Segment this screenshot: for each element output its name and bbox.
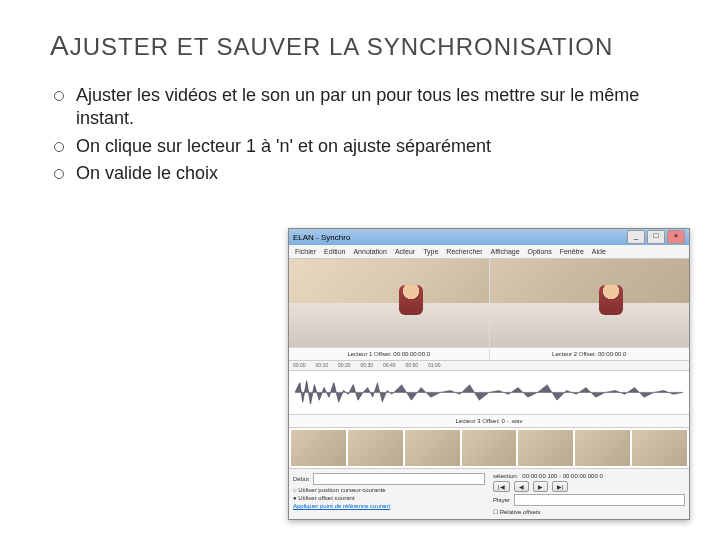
time-mark: 00:50	[406, 362, 419, 368]
thumbnail-strip[interactable]	[289, 428, 689, 470]
player-label: Player	[493, 497, 510, 503]
time-mark: 00:20	[338, 362, 351, 368]
control-panel: Début ○ Utiliser position curseur couran…	[289, 469, 689, 519]
radio-option-2[interactable]: ● Utiliser offset courant	[293, 495, 355, 501]
bullet-item: Ajuster les vidéos et le son un par un p…	[50, 84, 680, 131]
menu-item[interactable]: Edition	[324, 248, 345, 255]
radio-option-1[interactable]: ○ Utiliser position curseur courante	[293, 487, 386, 493]
bullet-item: On clique sur lecteur 1 à 'n' et on ajus…	[50, 135, 680, 158]
apply-link[interactable]: Appliquer point de référence courant	[293, 503, 390, 509]
menu-item[interactable]: Fenêtre	[560, 248, 584, 255]
video-label: Lecteur 2 Offset: 00:00:00.0	[490, 347, 690, 360]
menu-item[interactable]: Aide	[592, 248, 606, 255]
waveform-icon	[295, 373, 683, 412]
title-first-letter: A	[50, 30, 70, 61]
video-row: Lecteur 1 Offset: 00:00:00:00.0 Lecteur …	[289, 259, 689, 360]
thumbnail[interactable]	[462, 430, 517, 467]
play-button[interactable]: ▶	[533, 481, 548, 492]
debut-label: Début	[293, 476, 309, 482]
time-mark: 00:40	[383, 362, 396, 368]
selection-label: sélection:	[493, 473, 518, 479]
menu-item[interactable]: Affichage	[491, 248, 520, 255]
menu-item[interactable]: Type	[423, 248, 438, 255]
bullet-list: Ajuster les vidéos et le son un par un p…	[50, 84, 680, 186]
video-player-1[interactable]: Lecteur 1 Offset: 00:00:00:00.0	[289, 259, 490, 359]
selection-value: 00:00:00.100 - 00:00:00.000 0	[522, 473, 602, 479]
slide-title: AJUSTER ET SAUVER LA SYNCHRONISATION	[50, 30, 680, 62]
bullet-item: On valide le choix	[50, 162, 680, 185]
minimize-button[interactable]: _	[627, 230, 645, 244]
thumbnail[interactable]	[575, 430, 630, 467]
debut-input[interactable]	[313, 473, 485, 485]
maximize-button[interactable]: □	[647, 230, 665, 244]
time-mark: 00:10	[316, 362, 329, 368]
timeline-ruler[interactable]: 00:00 00:10 00:20 00:30 00:40 00:50 01:0…	[289, 361, 689, 371]
thumbnail[interactable]	[405, 430, 460, 467]
menu-item[interactable]: Annotation	[353, 248, 386, 255]
menu-item[interactable]: Options	[528, 248, 552, 255]
video-frame	[289, 259, 489, 346]
window-buttons: _ □ ×	[627, 230, 685, 244]
wave-label: Lecteur 3 Offset: 0 - .wav	[289, 415, 689, 428]
title-rest: JUSTER ET SAUVER LA SYNCHRONISATION	[70, 33, 614, 60]
app-window: ELAN - Synchro _ □ × Fichier Edition Ann…	[288, 228, 690, 520]
menu-item[interactable]: Rechercher	[446, 248, 482, 255]
menu-item[interactable]: Fichier	[295, 248, 316, 255]
time-mark: 00:30	[361, 362, 374, 368]
time-mark: 01:00	[428, 362, 441, 368]
waveform-track[interactable]	[289, 371, 689, 415]
window-titlebar: ELAN - Synchro _ □ ×	[289, 229, 689, 245]
video-frame	[490, 259, 690, 346]
transport-button[interactable]: ▶|	[552, 481, 569, 492]
window-title: ELAN - Synchro	[293, 233, 350, 242]
time-mark: 00:00	[293, 362, 306, 368]
transport-button[interactable]: |◀	[493, 481, 510, 492]
panel-left: Début ○ Utiliser position curseur couran…	[289, 469, 489, 519]
menu-item[interactable]: Acteur	[395, 248, 415, 255]
panel-right: sélection: 00:00:00.100 - 00:00:00.000 0…	[489, 469, 689, 519]
close-button[interactable]: ×	[667, 230, 685, 244]
video-label: Lecteur 1 Offset: 00:00:00:00.0	[289, 347, 489, 360]
thumbnail[interactable]	[348, 430, 403, 467]
video-player-2[interactable]: Lecteur 2 Offset: 00:00:00.0	[490, 259, 690, 359]
transport-button[interactable]: ◀	[514, 481, 529, 492]
relative-checkbox[interactable]: ☐ Relative offsets	[493, 508, 541, 515]
thumbnail[interactable]	[291, 430, 346, 467]
thumbnail[interactable]	[518, 430, 573, 467]
thumbnail[interactable]	[632, 430, 687, 467]
player-select[interactable]	[514, 494, 685, 506]
menubar: Fichier Edition Annotation Acteur Type R…	[289, 245, 689, 259]
